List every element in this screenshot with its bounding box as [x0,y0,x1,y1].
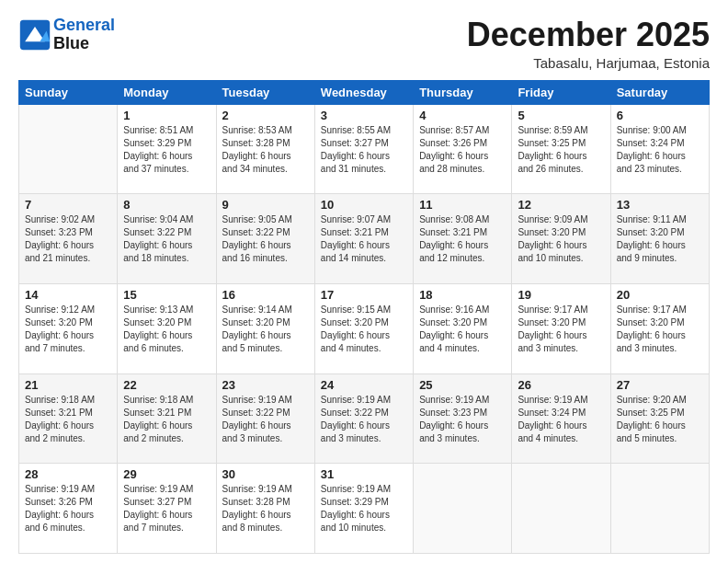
weekday-header-monday: Monday [118,80,216,104]
calendar-table: SundayMondayTuesdayWednesdayThursdayFrid… [18,80,710,554]
calendar-week-row: 1Sunrise: 8:51 AM Sunset: 3:29 PM Daylig… [19,104,710,194]
calendar-cell: 16Sunrise: 9:14 AM Sunset: 3:20 PM Dayli… [216,283,314,373]
day-info: Sunrise: 9:00 AM Sunset: 3:24 PM Dayligh… [617,124,703,176]
day-number: 5 [518,109,604,122]
calendar-cell: 3Sunrise: 8:55 AM Sunset: 3:27 PM Daylig… [314,104,413,194]
day-number: 10 [321,198,407,212]
day-info: Sunrise: 9:20 AM Sunset: 3:25 PM Dayligh… [617,394,703,445]
calendar-cell: 11Sunrise: 9:08 AM Sunset: 3:21 PM Dayli… [414,194,512,284]
day-info: Sunrise: 9:09 AM Sunset: 3:20 PM Dayligh… [518,213,604,265]
day-number: 11 [419,198,506,212]
calendar-cell: 9Sunrise: 9:05 AM Sunset: 3:22 PM Daylig… [216,194,314,284]
day-info: Sunrise: 8:55 AM Sunset: 3:27 PM Dayligh… [321,124,407,176]
day-info: Sunrise: 9:19 AM Sunset: 3:29 PM Dayligh… [321,483,407,534]
day-number: 19 [518,288,604,302]
calendar-cell: 12Sunrise: 9:09 AM Sunset: 3:20 PM Dayli… [512,194,610,284]
day-info: Sunrise: 9:17 AM Sunset: 3:20 PM Dayligh… [617,304,703,355]
calendar-cell: 5Sunrise: 8:59 AM Sunset: 3:25 PM Daylig… [512,104,610,194]
calendar-cell: 2Sunrise: 8:53 AM Sunset: 3:28 PM Daylig… [216,104,314,194]
calendar-cell: 26Sunrise: 9:19 AM Sunset: 3:24 PM Dayli… [512,373,610,464]
day-number: 23 [222,378,309,392]
calendar-cell [19,104,118,194]
calendar-cell: 27Sunrise: 9:20 AM Sunset: 3:25 PM Dayli… [610,373,709,464]
day-number: 20 [617,288,703,302]
weekday-header-sunday: Sunday [19,80,118,104]
day-number: 29 [123,467,210,481]
day-info: Sunrise: 8:51 AM Sunset: 3:29 PM Dayligh… [123,124,210,176]
day-number: 31 [321,467,407,481]
day-info: Sunrise: 9:16 AM Sunset: 3:20 PM Dayligh… [419,304,506,355]
day-info: Sunrise: 9:05 AM Sunset: 3:22 PM Dayligh… [222,213,309,265]
day-number: 28 [25,467,111,481]
day-number: 8 [123,198,210,212]
calendar-cell: 17Sunrise: 9:15 AM Sunset: 3:20 PM Dayli… [314,283,413,373]
calendar-cell: 30Sunrise: 9:19 AM Sunset: 3:28 PM Dayli… [216,464,314,554]
day-info: Sunrise: 8:57 AM Sunset: 3:26 PM Dayligh… [419,124,506,176]
calendar-cell: 19Sunrise: 9:17 AM Sunset: 3:20 PM Dayli… [512,283,610,373]
day-number: 30 [222,467,309,481]
calendar-cell: 25Sunrise: 9:19 AM Sunset: 3:23 PM Dayli… [414,373,512,464]
day-info: Sunrise: 9:08 AM Sunset: 3:21 PM Dayligh… [419,213,506,265]
calendar-week-row: 28Sunrise: 9:19 AM Sunset: 3:26 PM Dayli… [19,464,710,554]
calendar-week-row: 7Sunrise: 9:02 AM Sunset: 3:23 PM Daylig… [19,194,710,284]
day-info: Sunrise: 9:14 AM Sunset: 3:20 PM Dayligh… [222,304,309,355]
weekday-header-saturday: Saturday [610,80,709,104]
day-info: Sunrise: 9:19 AM Sunset: 3:27 PM Dayligh… [123,483,210,534]
calendar-cell: 1Sunrise: 8:51 AM Sunset: 3:29 PM Daylig… [118,104,216,194]
day-number: 12 [518,198,604,212]
day-number: 21 [25,378,111,392]
calendar-cell: 29Sunrise: 9:19 AM Sunset: 3:27 PM Dayli… [118,464,216,554]
day-number: 9 [222,198,309,212]
calendar-cell [414,464,512,554]
calendar-cell: 24Sunrise: 9:19 AM Sunset: 3:22 PM Dayli… [314,373,413,464]
day-info: Sunrise: 9:18 AM Sunset: 3:21 PM Dayligh… [25,394,111,445]
weekday-header-friday: Friday [512,80,610,104]
day-info: Sunrise: 8:59 AM Sunset: 3:25 PM Dayligh… [518,124,604,176]
logo: General Blue [18,17,115,53]
day-number: 18 [419,288,506,302]
day-number: 25 [419,378,506,392]
day-number: 3 [321,109,407,122]
logo-text: General Blue [53,17,115,53]
day-number: 26 [518,378,604,392]
day-info: Sunrise: 9:19 AM Sunset: 3:24 PM Dayligh… [518,394,604,445]
day-info: Sunrise: 9:11 AM Sunset: 3:20 PM Dayligh… [617,213,703,265]
calendar-cell [512,464,610,554]
day-number: 24 [321,378,407,392]
calendar-cell: 23Sunrise: 9:19 AM Sunset: 3:22 PM Dayli… [216,373,314,464]
day-number: 15 [123,288,210,302]
month-title: December 2025 [467,17,710,53]
day-number: 16 [222,288,309,302]
calendar-cell: 15Sunrise: 9:13 AM Sunset: 3:20 PM Dayli… [118,283,216,373]
calendar-week-row: 21Sunrise: 9:18 AM Sunset: 3:21 PM Dayli… [19,373,710,464]
calendar-cell: 14Sunrise: 9:12 AM Sunset: 3:20 PM Dayli… [19,283,118,373]
day-number: 6 [617,109,703,122]
day-number: 7 [25,198,111,212]
day-info: Sunrise: 9:18 AM Sunset: 3:21 PM Dayligh… [123,394,210,445]
calendar-cell: 13Sunrise: 9:11 AM Sunset: 3:20 PM Dayli… [610,194,709,284]
calendar-cell: 4Sunrise: 8:57 AM Sunset: 3:26 PM Daylig… [414,104,512,194]
day-number: 14 [25,288,111,302]
day-number: 27 [617,378,703,392]
calendar-cell: 28Sunrise: 9:19 AM Sunset: 3:26 PM Dayli… [19,464,118,554]
day-info: Sunrise: 9:07 AM Sunset: 3:21 PM Dayligh… [321,213,407,265]
day-number: 2 [222,109,309,122]
title-area: December 2025 Tabasalu, Harjumaa, Estoni… [467,17,710,71]
day-info: Sunrise: 8:53 AM Sunset: 3:28 PM Dayligh… [222,124,309,176]
day-number: 1 [123,109,210,122]
header: General Blue December 2025 Tabasalu, Har… [18,17,710,71]
day-info: Sunrise: 9:19 AM Sunset: 3:22 PM Dayligh… [222,394,309,445]
day-info: Sunrise: 9:19 AM Sunset: 3:22 PM Dayligh… [321,394,407,445]
day-info: Sunrise: 9:02 AM Sunset: 3:23 PM Dayligh… [25,213,111,265]
calendar-cell: 20Sunrise: 9:17 AM Sunset: 3:20 PM Dayli… [610,283,709,373]
day-number: 4 [419,109,506,122]
weekday-header-wednesday: Wednesday [314,80,413,104]
calendar-header-row: SundayMondayTuesdayWednesdayThursdayFrid… [19,80,710,104]
weekday-header-tuesday: Tuesday [216,80,314,104]
day-info: Sunrise: 9:13 AM Sunset: 3:20 PM Dayligh… [123,304,210,355]
calendar-cell [610,464,709,554]
day-info: Sunrise: 9:17 AM Sunset: 3:20 PM Dayligh… [518,304,604,355]
day-info: Sunrise: 9:12 AM Sunset: 3:20 PM Dayligh… [25,304,111,355]
day-number: 13 [617,198,703,212]
day-number: 22 [123,378,210,392]
